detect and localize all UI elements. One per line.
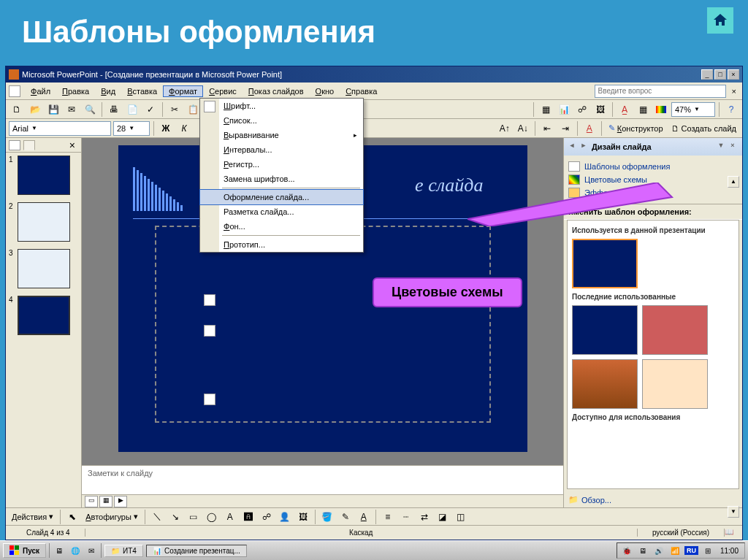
menu-slideshow[interactable]: Показ слайдов (243, 85, 310, 97)
mail-icon[interactable]: ✉ (64, 101, 80, 118)
minimize-button[interactable]: _ (701, 69, 713, 80)
dash-style-icon[interactable]: ┈ (398, 509, 414, 525)
grid-icon[interactable]: ▦ (635, 101, 651, 118)
close-icon[interactable]: × (728, 142, 738, 152)
language-indicator[interactable]: RU (684, 546, 698, 555)
menu-background[interactable]: Фон... (200, 219, 363, 234)
scroll-up-icon[interactable]: ▲ (728, 176, 739, 188)
menu-font[interactable]: Шрифт... (200, 99, 363, 113)
oval-icon[interactable]: ◯ (204, 509, 220, 525)
menu-alignment[interactable]: Выравнивание▸ (200, 128, 363, 142)
new-slide-button[interactable]: 🗋Создать слайд (668, 124, 739, 133)
wordart-icon[interactable]: 🅰 (240, 509, 256, 525)
cut-icon[interactable]: ✂ (167, 101, 183, 118)
line-style-icon[interactable]: ≡ (380, 509, 396, 525)
normal-view-icon[interactable]: ▭ (85, 496, 98, 507)
dropdown-icon[interactable]: ▼ (716, 142, 726, 152)
spellcheck-status-icon[interactable]: 📖 (725, 528, 736, 538)
help-icon[interactable]: ? (723, 101, 739, 118)
template-thumb[interactable] (642, 305, 708, 355)
recolor-icon[interactable]: A̲ (617, 101, 633, 118)
decrease-indent-icon[interactable]: ⇤ (539, 120, 555, 137)
menu-file[interactable]: Файл (25, 85, 56, 97)
outline-tab-icon[interactable] (9, 140, 20, 150)
template-thumb[interactable] (572, 359, 638, 409)
zoom-select[interactable]: 47%▼ (671, 102, 715, 117)
decrease-font-icon[interactable]: A↓ (515, 120, 531, 137)
chart-icon[interactable]: 📊 (556, 101, 572, 118)
menu-edit[interactable]: Правка (56, 85, 95, 97)
template-thumb[interactable] (572, 239, 638, 288)
bold-icon[interactable]: Ж (158, 120, 174, 137)
pointer-icon[interactable]: ⬉ (64, 509, 80, 525)
slide-thumb-4[interactable] (18, 296, 70, 335)
browse-link[interactable]: 📁 Обзор... (564, 492, 742, 507)
template-thumb[interactable] (572, 305, 638, 355)
tray-icon[interactable]: ⊞ (701, 544, 714, 557)
scroll-down-icon[interactable]: ▼ (728, 506, 739, 507)
save-icon[interactable]: 💾 (45, 101, 61, 118)
open-icon[interactable]: 📂 (27, 101, 43, 118)
3d-icon[interactable]: ◫ (453, 509, 469, 525)
clipart-icon[interactable]: 🖼 (592, 101, 608, 118)
menu-master[interactable]: Прототип... (200, 237, 363, 252)
slide-thumb-1[interactable] (18, 156, 70, 195)
font-name-select[interactable]: Arial▼ (9, 121, 111, 136)
clipart-icon[interactable]: 👤 (277, 509, 293, 525)
increase-indent-icon[interactable]: ⇥ (557, 120, 573, 137)
menu-slide-design[interactable]: Оформление слайда... (199, 189, 364, 205)
picture-icon[interactable]: 🖼 (295, 509, 311, 525)
italic-icon[interactable]: К (176, 120, 192, 137)
fill-color-icon[interactable]: 🪣 (319, 509, 335, 525)
font-color-icon[interactable]: A (581, 120, 598, 137)
forward-icon[interactable]: ► (579, 142, 589, 152)
menu-view[interactable]: Вид (95, 85, 121, 97)
ask-question-input[interactable] (595, 85, 726, 98)
new-icon[interactable]: 🗋 (9, 101, 25, 118)
arrow-icon[interactable]: ↘ (167, 509, 183, 525)
line-icon[interactable]: ＼ (149, 509, 165, 525)
start-button[interactable]: Пуск (3, 543, 46, 558)
arrow-style-icon[interactable]: ⇄ (416, 509, 432, 525)
tray-icon[interactable]: 📶 (668, 544, 682, 557)
table-icon[interactable]: ▦ (538, 101, 554, 118)
textbox-icon[interactable]: A (222, 509, 238, 525)
mdi-close-button[interactable]: × (729, 87, 739, 96)
template-thumb[interactable] (642, 359, 708, 409)
menu-replace-fonts[interactable]: Замена шрифтов... (200, 172, 363, 186)
tray-icon[interactable]: 🖥 (636, 544, 649, 557)
desktop-icon[interactable]: 🖥 (53, 544, 66, 557)
slide-thumb-2[interactable] (18, 202, 70, 242)
font-color-icon[interactable]: A (356, 509, 372, 525)
autoshapes-menu[interactable]: Автофигуры ▾ (83, 512, 141, 521)
menu-help[interactable]: Справка (340, 85, 383, 97)
preview-icon[interactable]: 📄 (124, 101, 140, 118)
tray-icon[interactable]: 🔊 (652, 544, 665, 557)
increase-font-icon[interactable]: A↑ (497, 120, 513, 137)
slideshow-view-icon[interactable]: ▶ (114, 496, 127, 507)
menu-slide-layout[interactable]: Разметка слайда... (200, 204, 363, 219)
copy-icon[interactable]: 📋 (185, 101, 201, 118)
menu-window[interactable]: Окно (310, 85, 340, 97)
menu-intervals[interactable]: Интервалы... (200, 142, 363, 157)
print-icon[interactable]: 🖶 (106, 101, 122, 118)
back-icon[interactable]: ◄ (567, 142, 577, 152)
clock[interactable]: 11:00 (717, 547, 741, 555)
line-color-icon[interactable]: ✎ (337, 509, 354, 525)
link-templates[interactable]: Шаблоны оформления (568, 160, 738, 173)
actions-menu[interactable]: Действия ▾ (9, 512, 56, 521)
diagram-icon[interactable]: ☍ (259, 509, 275, 525)
document-icon[interactable] (9, 85, 20, 97)
tray-icon[interactable]: 🐞 (620, 544, 633, 557)
outlook-icon[interactable]: ✉ (85, 544, 98, 557)
menu-insert[interactable]: Вставка (121, 85, 163, 97)
panel-close-button[interactable]: × (66, 139, 78, 151)
menu-case[interactable]: Регистр... (200, 157, 363, 172)
menu-tools[interactable]: Сервис (203, 85, 243, 97)
notes-area[interactable]: Заметки к слайду (82, 465, 563, 494)
close-button[interactable]: × (728, 69, 739, 80)
menu-list[interactable]: Список... (200, 113, 363, 128)
orgchart-icon[interactable]: ☍ (574, 101, 590, 118)
taskbar-folder[interactable]: 📁 ИТ4 (104, 545, 143, 557)
shadow-icon[interactable]: ◪ (435, 509, 451, 525)
